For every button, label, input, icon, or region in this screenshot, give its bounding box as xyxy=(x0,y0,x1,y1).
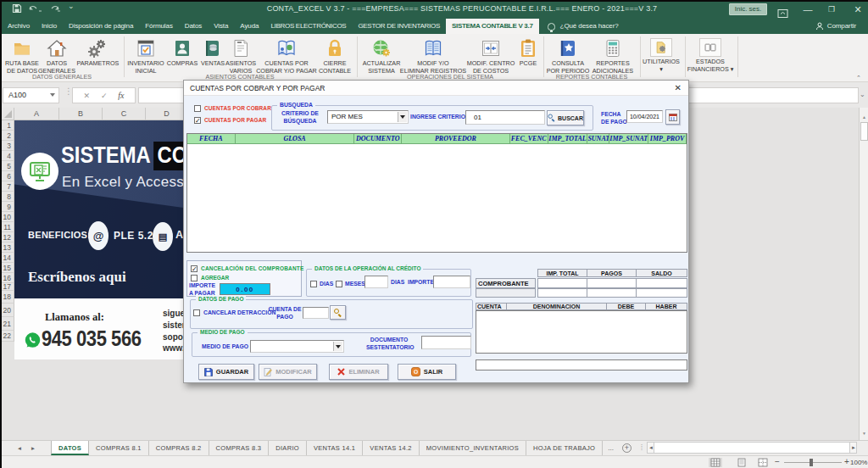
cuenta-grid-body[interactable] xyxy=(476,310,687,354)
ribbon-button-modif-y-o-eliminar-registros[interactable]: MODIF Y/O ELIMINAR REGISTROS xyxy=(398,36,468,75)
name-box-dropdown-icon[interactable] xyxy=(50,93,55,97)
row-header-3[interactable]: 3 xyxy=(0,141,14,151)
restore-button[interactable]: ❐ xyxy=(824,0,839,19)
sheet-tab-compras-8-2[interactable]: COMPRAS 8.2 xyxy=(149,441,209,455)
importe-credito-input[interactable] xyxy=(433,276,470,288)
ribbon-tab-f-rmulas[interactable]: Fórmulas xyxy=(139,19,179,34)
ribbon-tab-libros-electr-nicos[interactable]: LIBROS ELECTRÓNICOS xyxy=(264,19,352,34)
documento-input[interactable] xyxy=(421,336,471,349)
sheet-tab-datos[interactable]: DATOS xyxy=(51,441,89,455)
row-header-17[interactable]: 17 xyxy=(0,283,14,291)
ribbon-button-actualizar-sistema[interactable]: ACTUALIZAR SISTEMA xyxy=(361,36,403,75)
ribbon-tab-datos[interactable]: Datos xyxy=(179,19,208,34)
column-headers[interactable]: ABCD xyxy=(14,108,188,120)
ribbon-tab-ayuda[interactable]: Ayuda xyxy=(234,19,264,34)
agregar-checkbox[interactable] xyxy=(191,275,198,281)
row-header-1[interactable]: 1 xyxy=(0,120,14,131)
page-break-view-icon[interactable] xyxy=(756,458,770,467)
cuentas-por-pagar-checkbox[interactable]: ✓ xyxy=(194,117,201,124)
ribbon-tab-inicio[interactable]: Inicio xyxy=(36,19,63,34)
select-all-corner[interactable] xyxy=(0,108,14,120)
page-layout-view-icon[interactable] xyxy=(735,458,748,467)
ribbon-tab-vista[interactable]: Vista xyxy=(208,19,234,34)
grid-column-fec-venc[interactable]: FEC_VENC xyxy=(510,134,548,144)
horizontal-scrollbar[interactable]: ◄ ► xyxy=(647,442,857,454)
zoom-percentage[interactable]: 100% xyxy=(850,459,867,466)
salir-button[interactable]: SALIR xyxy=(398,364,456,380)
session-button[interactable]: Inic. ses. xyxy=(729,3,767,15)
calendar-button[interactable] xyxy=(665,109,680,125)
medio-pago-select[interactable] xyxy=(250,340,344,353)
zoom-out-icon[interactable]: − xyxy=(775,457,780,466)
sheet-tab-compras-8-1[interactable]: COMPRAS 8.1 xyxy=(89,441,149,455)
share-button[interactable]: Compartir xyxy=(815,19,868,34)
zoom-slider-track[interactable] xyxy=(784,462,842,463)
criterio-input[interactable]: 01 xyxy=(465,110,545,125)
hscroll-left-icon[interactable]: ◄ xyxy=(647,442,654,454)
sheet-tab-compras-8-3[interactable]: COMPRAS 8.3 xyxy=(209,441,270,455)
zoom-slider-handle[interactable] xyxy=(810,459,813,466)
tell-me-search[interactable]: ¿Qué desea hacer? xyxy=(548,19,619,34)
row-header-22[interactable]: 22 xyxy=(0,331,14,342)
row-header-10[interactable]: 10 xyxy=(0,212,14,222)
glosa-input[interactable] xyxy=(476,359,687,370)
sheet-tab-diario[interactable]: DIARIO xyxy=(269,441,307,455)
grid-column-sunat[interactable]: SUNAT xyxy=(587,134,609,144)
collapse-ribbon-icon[interactable]: ⌃ xyxy=(856,75,861,81)
sheet-tab-ventas-14-2[interactable]: VENTAS 14.2 xyxy=(363,441,419,455)
row-headers[interactable]: 123456789101112131415161718202122 xyxy=(0,120,14,342)
eliminar-button[interactable]: ELIMINAR xyxy=(329,364,388,380)
row-header-12[interactable]: 12 xyxy=(0,232,14,242)
row-header-21[interactable]: 21 xyxy=(0,317,14,331)
documents-grid[interactable]: FECHAGLOSADOCUMENTOPROVEEDORFEC_VENCIMP_… xyxy=(186,133,687,253)
row-header-13[interactable]: 13 xyxy=(0,242,14,253)
sheet-nav-left-icon[interactable]: ◄ xyxy=(13,441,26,455)
fecha-pago-input[interactable]: 10/04/2021 xyxy=(626,110,663,123)
row-header-11[interactable]: 11 xyxy=(0,222,14,232)
ribbon-button-cuentas-por-cobrar-y-o-pagar[interactable]: CUENTAS POR COBRAR Y/O PAGAR xyxy=(255,36,319,75)
zoom-in-icon[interactable]: + xyxy=(844,457,849,466)
importe-a-pagar-input[interactable]: 0.00 xyxy=(220,283,270,295)
buscar-button[interactable]: BUSCAR xyxy=(547,110,584,125)
sheet-tabs-more[interactable]: ... xyxy=(603,441,619,455)
sheet-tab-movimiento-inventarios[interactable]: MOVIMIENTO_INVENTARIOS xyxy=(420,441,526,455)
dialog-close-icon[interactable]: ✕ xyxy=(675,83,682,92)
grid-column-proveedor[interactable]: PROVEEDOR xyxy=(402,134,510,144)
row-header-7[interactable]: 7 xyxy=(0,181,14,192)
sheet-nav-right-icon[interactable]: ► xyxy=(26,441,40,455)
grid-column-imp-total[interactable]: IMP_TOTAL xyxy=(548,134,588,144)
medio-pago-dropdown-icon[interactable] xyxy=(333,342,342,351)
column-header-c[interactable]: C xyxy=(103,108,146,120)
criterio-busqueda-select[interactable]: POR MES xyxy=(327,110,409,124)
ribbon-button-parametros[interactable]: PARAMETROS xyxy=(77,36,119,68)
confirm-entry-icon[interactable]: ✓ xyxy=(101,92,108,100)
scroll-up-icon[interactable]: ▲ xyxy=(860,114,868,120)
row-header-18[interactable]: 18 xyxy=(0,291,14,304)
grid-column-imp-prov[interactable]: IMP_PROV xyxy=(648,134,687,144)
ribbon-button-ruta-base-de-datos[interactable]: RUTA BASE DE DATOS xyxy=(3,36,42,75)
scroll-down-icon[interactable]: ▼ xyxy=(860,431,868,436)
column-header-d[interactable]: D xyxy=(146,108,188,120)
ribbon-button-estados-financieros[interactable]: ESTADOS FINANCIEROS ▾ xyxy=(684,36,737,73)
ribbon-button-utilitarios[interactable]: UTILITARIOS ▾ xyxy=(638,36,683,73)
expand-formula-bar-icon[interactable]: ⌄ xyxy=(860,91,865,98)
cancelar-detraccion-checkbox[interactable] xyxy=(193,309,200,316)
row-header-5[interactable]: 5 xyxy=(0,161,14,171)
ribbon-button-cierre-contable[interactable]: CIERRE CONTABLE xyxy=(315,36,354,75)
buscar-cuenta-button[interactable] xyxy=(330,305,346,320)
row-header-6[interactable]: 6 xyxy=(0,171,14,181)
ribbon-button-consulta-por-periodo[interactable]: CONSULTA POR PERIODO xyxy=(545,36,590,75)
row-header-20[interactable]: 20 xyxy=(0,304,14,317)
cuentas-por-cobrar-checkbox[interactable] xyxy=(194,105,201,112)
row-header-14[interactable]: 14 xyxy=(0,253,14,263)
normal-view-icon[interactable] xyxy=(709,458,722,467)
ribbon-tab-disposici-n-de-p-gina[interactable]: Disposición de página xyxy=(63,19,139,34)
row-header-4[interactable]: 4 xyxy=(0,151,14,161)
ribbon-button-reportes-adicionales[interactable]: REPORTES ADICIONALES xyxy=(590,36,635,75)
insert-function-icon[interactable]: fx xyxy=(118,91,124,100)
grid-column-glosa[interactable]: GLOSA xyxy=(236,134,355,144)
grid-column-fecha[interactable]: FECHA xyxy=(187,134,236,144)
minimize-button[interactable]: — xyxy=(800,0,815,19)
criterio-dropdown-icon[interactable] xyxy=(398,112,407,122)
guardar-button[interactable]: GUARDAR xyxy=(198,364,254,380)
